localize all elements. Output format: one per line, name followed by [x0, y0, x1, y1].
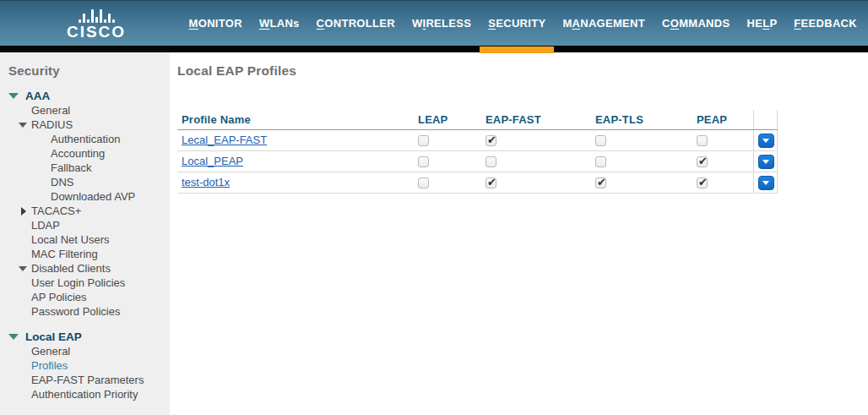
- column-header-eap-tls: EAP-TLS: [591, 110, 692, 129]
- column-header-actions: [753, 110, 777, 129]
- collapse-arrow-icon[interactable]: [8, 93, 19, 99]
- table-row: test-dot1x: [177, 172, 777, 193]
- table-row: Local_PEAP: [177, 150, 777, 172]
- sidebar-item-local-eap-general[interactable]: General: [0, 344, 170, 358]
- table-row: Lecal_EAP-FAST: [177, 129, 777, 150]
- eap-fast-checkbox[interactable]: [486, 156, 496, 167]
- sidebar-item-ldap[interactable]: LDAP: [0, 218, 170, 232]
- content-area: Local EAP Profiles Profile Name LEAP EAP…: [170, 52, 868, 415]
- collapse-arrow-icon[interactable]: [8, 334, 19, 340]
- dropdown-arrow-icon: [762, 160, 769, 164]
- peap-checkbox[interactable]: [697, 177, 708, 188]
- row-actions-dropdown-button[interactable]: [758, 134, 774, 148]
- column-header-leap: LEAP: [414, 110, 481, 129]
- sidebar-item-local-net-users[interactable]: Local Net Users: [0, 232, 170, 247]
- dropdown-arrow-icon: [762, 181, 769, 185]
- eap-tls-checkbox[interactable]: [595, 177, 606, 188]
- collapse-arrow-icon[interactable]: [19, 266, 27, 271]
- sidebar-tree: AAA General RADIUS Authentication Accoun…: [0, 89, 170, 401]
- column-header-peap: PEAP: [692, 110, 753, 129]
- sidebar-item-radius[interactable]: RADIUS: [0, 117, 170, 132]
- peap-checkbox[interactable]: [697, 135, 708, 146]
- cisco-logo-text: cisco: [67, 24, 126, 40]
- nav-tab-wireless[interactable]: WIRELESS: [404, 1, 480, 46]
- sidebar-section-local-eap[interactable]: Local EAP: [0, 330, 170, 344]
- sidebar-item-fallback[interactable]: Fallback: [0, 161, 170, 175]
- eap-fast-checkbox[interactable]: [486, 177, 496, 188]
- sidebar-item-authentication-priority[interactable]: Authentication Priority: [0, 387, 170, 401]
- eap-fast-checkbox[interactable]: [486, 135, 496, 146]
- column-header-profile-name: Profile Name: [177, 110, 414, 129]
- row-actions-dropdown-button[interactable]: [758, 176, 774, 190]
- collapse-arrow-icon[interactable]: [19, 123, 27, 128]
- nav-tab-feedback[interactable]: FEEDBACK: [785, 1, 865, 46]
- peap-checkbox[interactable]: [697, 156, 708, 167]
- profile-link[interactable]: Lecal_EAP-FAST: [182, 134, 267, 146]
- eap-tls-checkbox[interactable]: [595, 135, 606, 146]
- sidebar-item-authentication[interactable]: Authentication: [0, 132, 170, 146]
- security-sidebar: Security AAA General RADIUS Authenticati…: [0, 52, 170, 415]
- nav-tab-wlans[interactable]: WLANs: [251, 1, 308, 46]
- sidebar-item-aaa-general[interactable]: General: [0, 103, 170, 117]
- profile-link[interactable]: test-dot1x: [182, 176, 230, 188]
- leap-checkbox[interactable]: [418, 135, 429, 146]
- nav-tab-security[interactable]: SECURITY: [480, 1, 554, 46]
- nav-tab-management[interactable]: MANAGEMENT: [554, 1, 654, 46]
- leap-checkbox[interactable]: [418, 177, 429, 188]
- sidebar-item-tacacs[interactable]: TACACS+: [0, 204, 170, 218]
- cisco-logo: cisco: [56, 8, 137, 40]
- sidebar-item-profiles[interactable]: Profiles: [0, 358, 170, 373]
- column-header-eap-fast: EAP-FAST: [481, 110, 591, 129]
- sidebar-section-aaa[interactable]: AAA: [0, 89, 170, 103]
- page-title: Local EAP Profiles: [177, 63, 868, 79]
- nav-blue-band: cisco MONITOR WLANs CONTROLLER WIRELESS …: [0, 0, 868, 46]
- sidebar-item-password-policies[interactable]: Password Policies: [0, 304, 170, 319]
- sidebar-item-accounting[interactable]: Accounting: [0, 146, 170, 161]
- nav-tab-commands[interactable]: COMMANDS: [654, 1, 738, 46]
- sidebar-item-user-login-policies[interactable]: User Login Policies: [0, 276, 170, 290]
- sidebar-item-disabled-clients[interactable]: Disabled Clients: [0, 261, 170, 276]
- nav-bottom-stripe: [0, 46, 868, 52]
- row-actions-dropdown-button[interactable]: [758, 155, 774, 169]
- sidebar-title: Security: [0, 63, 170, 78]
- sidebar-item-dns[interactable]: DNS: [0, 175, 170, 189]
- leap-checkbox[interactable]: [418, 156, 429, 167]
- profile-link[interactable]: Local_PEAP: [182, 155, 243, 167]
- sidebar-item-eap-fast-parameters[interactable]: EAP-FAST Parameters: [0, 373, 170, 387]
- expand-arrow-icon[interactable]: [21, 207, 26, 216]
- eap-tls-checkbox[interactable]: [595, 156, 606, 167]
- cisco-bridge-icon: [79, 8, 115, 23]
- nav-tab-controller[interactable]: CONTROLLER: [308, 1, 404, 46]
- nav-tab-monitor[interactable]: MONITOR: [181, 1, 251, 46]
- top-nav-bar: cisco MONITOR WLANs CONTROLLER WIRELESS …: [0, 0, 868, 52]
- dropdown-arrow-icon: [762, 139, 769, 143]
- nav-tab-help[interactable]: HELP: [738, 1, 785, 46]
- sidebar-item-mac-filtering[interactable]: MAC Filtering: [0, 247, 170, 261]
- local-eap-profiles-table: Profile Name LEAP EAP-FAST EAP-TLS PEAP …: [177, 110, 778, 194]
- sidebar-item-downloaded-avp[interactable]: Downloaded AVP: [0, 189, 170, 204]
- sidebar-item-ap-policies[interactable]: AP Policies: [0, 290, 170, 304]
- main-menu: MONITOR WLANs CONTROLLER WIRELESS SECURI…: [181, 1, 868, 46]
- table-header-row: Profile Name LEAP EAP-FAST EAP-TLS PEAP: [177, 110, 777, 129]
